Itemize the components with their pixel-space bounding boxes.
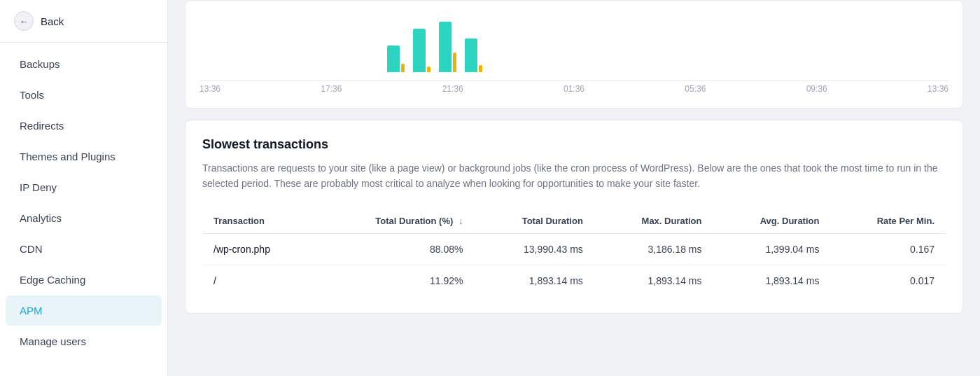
bar-teal-1: [387, 46, 400, 72]
card-description: Transactions are requests to your site (…: [202, 160, 946, 192]
cell-total-dur-1: 1,893.14 ms: [474, 265, 594, 296]
chart-area: [200, 15, 948, 78]
back-icon: ←: [14, 11, 34, 31]
col-header-max-duration: Max. Duration: [594, 209, 713, 234]
bar-teal-4: [465, 39, 477, 72]
cell-avg-dur-1: 1,893.14 ms: [713, 265, 831, 296]
sidebar-item-cdn[interactable]: CDN: [6, 234, 162, 264]
bar-teal-2: [413, 29, 426, 72]
cell-transaction-0: /wp-cron.php: [202, 233, 316, 265]
sidebar-nav: Backups Tools Redirects Themes and Plugi…: [0, 43, 167, 363]
transactions-table-container: Transaction Total Duration (%) ↓ Total D…: [202, 209, 946, 296]
bar-group-1: [387, 46, 405, 72]
sidebar-item-tools[interactable]: Tools: [6, 80, 162, 110]
chart-labels: 13:36 17:36 21:36 01:36 05:36 09:36 13:3…: [200, 81, 948, 94]
chart-label-5: 09:36: [806, 84, 827, 94]
table-row: /wp-cron.php 88.08% 13,990.43 ms 3,186.1…: [202, 233, 946, 265]
sidebar: ← Back Backups Tools Redirects Themes an…: [0, 0, 168, 376]
cell-max-dur-0: 3,186.18 ms: [594, 233, 713, 265]
bar-yellow-2: [427, 67, 430, 72]
cell-transaction-1: /: [202, 265, 316, 296]
chart-card: 13:36 17:36 21:36 01:36 05:36 09:36 13:3…: [185, 0, 963, 109]
bar-yellow-3: [453, 53, 456, 72]
table-row: / 11.92% 1,893.14 ms 1,893.14 ms 1,893.1…: [202, 265, 946, 296]
cell-avg-dur-0: 1,399.04 ms: [713, 233, 831, 265]
chart-label-2: 21:36: [442, 84, 463, 94]
bar-group-3: [439, 22, 456, 72]
table-header-row: Transaction Total Duration (%) ↓ Total D…: [202, 209, 946, 234]
cell-rate-0: 0.167: [830, 233, 946, 265]
chart-label-4: 05:36: [685, 84, 706, 94]
sort-icon: ↓: [458, 216, 463, 226]
col-header-rate: Rate Per Min.: [830, 209, 946, 234]
chart-label-6: 13:36: [927, 84, 948, 94]
chart-label-0: 13:36: [200, 84, 220, 94]
cell-rate-1: 0.017: [830, 265, 946, 296]
bar-yellow-1: [401, 64, 405, 72]
sidebar-item-backups[interactable]: Backups: [6, 49, 162, 79]
cell-total-dur-0: 13,990.43 ms: [474, 233, 594, 265]
sidebar-item-themes-plugins[interactable]: Themes and Plugins: [6, 141, 162, 172]
sidebar-item-edge-caching[interactable]: Edge Caching: [6, 265, 162, 295]
chart-label-3: 01:36: [564, 84, 584, 94]
bar-yellow-4: [479, 65, 482, 72]
cell-max-dur-1: 1,893.14 ms: [594, 265, 713, 296]
sidebar-item-ip-deny[interactable]: IP Deny: [6, 172, 162, 202]
col-header-transaction: Transaction: [202, 209, 316, 234]
cell-total-pct-0: 88.08%: [316, 233, 474, 265]
card-title: Slowest transactions: [202, 137, 946, 152]
col-header-total-pct[interactable]: Total Duration (%) ↓: [316, 209, 474, 234]
sidebar-item-redirects[interactable]: Redirects: [6, 111, 162, 141]
transactions-card: Slowest transactions Transactions are re…: [185, 120, 963, 314]
chart-label-1: 17:36: [321, 84, 342, 94]
back-button[interactable]: ← Back: [0, 0, 167, 43]
transactions-table: Transaction Total Duration (%) ↓ Total D…: [202, 209, 946, 296]
bar-group-4: [465, 39, 482, 72]
sidebar-item-apm[interactable]: APM: [6, 295, 162, 326]
sidebar-item-analytics[interactable]: Analytics: [6, 203, 162, 233]
col-header-avg-duration: Avg. Duration: [713, 209, 831, 234]
bar-teal-3: [439, 22, 451, 72]
main-content: 13:36 17:36 21:36 01:36 05:36 09:36 13:3…: [168, 0, 980, 376]
bar-group-2: [413, 29, 430, 72]
back-label: Back: [41, 15, 64, 27]
sidebar-item-manage-users[interactable]: Manage users: [6, 326, 162, 356]
cell-total-pct-1: 11.92%: [316, 265, 474, 296]
col-header-total-duration: Total Duration: [474, 209, 594, 234]
